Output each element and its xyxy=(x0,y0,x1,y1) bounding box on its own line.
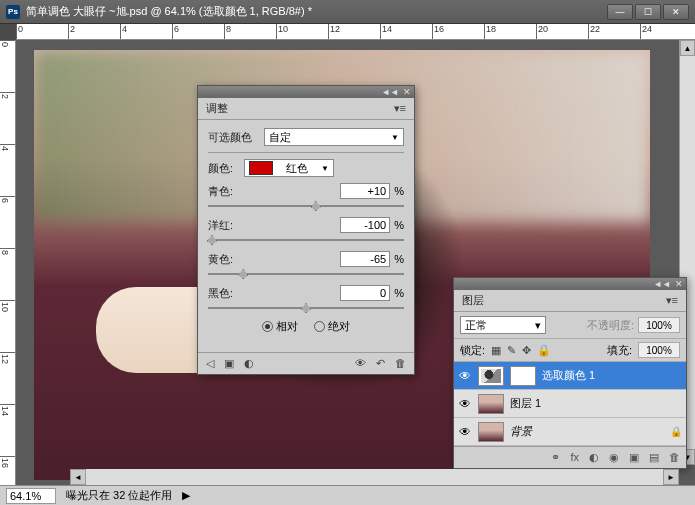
slider-thumb[interactable] xyxy=(207,235,217,245)
visibility-toggle[interactable]: 👁 xyxy=(458,425,472,439)
lock-position-icon[interactable]: ✥ xyxy=(522,344,531,357)
visibility-toggle[interactable]: 👁 xyxy=(458,397,472,411)
layer-name[interactable]: 图层 1 xyxy=(510,396,541,411)
blend-mode-select[interactable]: 正常 ▾ xyxy=(460,316,546,334)
layer-item[interactable]: 👁选取颜色 1 xyxy=(454,362,686,390)
fill-input[interactable]: 100% xyxy=(638,342,680,358)
slider-row: 青色:% xyxy=(208,183,404,207)
absolute-radio[interactable]: 绝对 xyxy=(314,319,350,334)
document-title: 简单调色 大眼仔 ~旭.psd @ 64.1% (选取颜色 1, RGB/8#)… xyxy=(26,4,607,19)
slider-track[interactable] xyxy=(208,239,404,241)
trash-icon[interactable]: 🗑 xyxy=(669,451,680,464)
collapse-icon[interactable]: ◄◄ xyxy=(653,279,671,289)
reset-icon[interactable]: ↶ xyxy=(376,357,385,370)
titlebar: Ps 简单调色 大眼仔 ~旭.psd @ 64.1% (选取颜色 1, RGB/… xyxy=(0,0,695,24)
visibility-icon[interactable]: 👁 xyxy=(355,357,366,370)
slider-input[interactable] xyxy=(340,251,390,267)
scroll-right-button[interactable]: ► xyxy=(663,469,679,485)
panel-footer: ◁ ▣ ◐ 👁 ↶ 🗑 xyxy=(198,352,414,374)
slider-track[interactable] xyxy=(208,307,404,309)
color-label: 颜色: xyxy=(208,161,238,176)
relative-radio[interactable]: 相对 xyxy=(262,319,298,334)
lock-transparent-icon[interactable]: ▦ xyxy=(491,344,501,357)
ruler-vertical[interactable]: 0246810121416 xyxy=(0,40,16,485)
layers-tab[interactable]: 图层 xyxy=(462,293,484,308)
maximize-button[interactable]: ☐ xyxy=(635,4,661,20)
relative-label: 相对 xyxy=(276,319,298,334)
slider-label: 青色: xyxy=(208,184,233,199)
percent-label: % xyxy=(394,219,404,231)
group-icon[interactable]: ▣ xyxy=(629,451,639,464)
layers-footer: ⚭ fx ◐ ◉ ▣ ▤ 🗑 xyxy=(454,446,686,468)
lock-icon: 🔒 xyxy=(670,426,682,437)
zoom-input[interactable]: 64.1% xyxy=(6,488,56,504)
slider-track[interactable] xyxy=(208,273,404,275)
chevron-down-icon: ▼ xyxy=(391,133,399,142)
mask-icon[interactable]: ◐ xyxy=(589,451,599,464)
lock-all-icon[interactable]: 🔒 xyxy=(537,344,551,357)
layer-thumb xyxy=(478,422,504,442)
color-select[interactable]: 红色 ▼ xyxy=(244,159,334,177)
layer-name[interactable]: 选取颜色 1 xyxy=(542,368,595,383)
layer-item[interactable]: 👁图层 1 xyxy=(454,390,686,418)
slider-input[interactable] xyxy=(340,285,390,301)
trash-icon[interactable]: 🗑 xyxy=(395,357,406,370)
slider-input[interactable] xyxy=(340,217,390,233)
slider-thumb[interactable] xyxy=(238,269,248,279)
slider-input[interactable] xyxy=(340,183,390,199)
status-arrow-icon[interactable]: ▶ xyxy=(182,489,190,502)
slider-track[interactable] xyxy=(208,205,404,207)
preset-select[interactable]: 自定 ▼ xyxy=(264,128,404,146)
layer-list: 👁选取颜色 1👁图层 1👁背景🔒 xyxy=(454,362,686,446)
preset-value: 自定 xyxy=(269,130,291,145)
adjustment-icon[interactable]: ◉ xyxy=(609,451,619,464)
adjustments-tab[interactable]: 调整 xyxy=(206,101,228,116)
panel-close-icon[interactable]: ✕ xyxy=(675,279,683,289)
chevron-down-icon: ▾ xyxy=(535,319,541,332)
collapse-icon[interactable]: ◄◄ xyxy=(381,87,399,97)
close-button[interactable]: ✕ xyxy=(663,4,689,20)
layer-item[interactable]: 👁背景🔒 xyxy=(454,418,686,446)
method-label: 可选颜色 xyxy=(208,130,258,145)
layer-thumb xyxy=(478,394,504,414)
fx-icon[interactable]: fx xyxy=(570,451,579,464)
adjustments-panel: ◄◄ ✕ 调整 ▾≡ 可选颜色 自定 ▼ 颜色: 红色 ▼ 青色:%洋红:%黄色… xyxy=(197,85,415,375)
chevron-down-icon: ▼ xyxy=(321,164,329,173)
panel-header[interactable]: ◄◄ ✕ xyxy=(454,278,686,290)
visibility-toggle[interactable]: 👁 xyxy=(458,369,472,383)
expand-icon[interactable]: ▣ xyxy=(224,357,234,370)
layers-panel: ◄◄ ✕ 图层 ▾≡ 正常 ▾ 不透明度: 100% 锁定: ▦ ✎ ✥ 🔒 填… xyxy=(453,277,687,469)
app-icon: Ps xyxy=(6,5,20,19)
slider-thumb[interactable] xyxy=(311,201,321,211)
opacity-input[interactable]: 100% xyxy=(638,317,680,333)
fill-label: 填充: xyxy=(607,343,632,358)
layer-name[interactable]: 背景 xyxy=(510,424,532,439)
slider-row: 洋红:% xyxy=(208,217,404,241)
percent-label: % xyxy=(394,253,404,265)
panel-header[interactable]: ◄◄ ✕ xyxy=(198,86,414,98)
panel-tab-bar: 调整 ▾≡ xyxy=(198,98,414,120)
minimize-button[interactable]: — xyxy=(607,4,633,20)
panel-close-icon[interactable]: ✕ xyxy=(403,87,411,97)
slider-thumb[interactable] xyxy=(301,303,311,313)
blend-mode-value: 正常 xyxy=(465,318,487,333)
clip-icon[interactable]: ◐ xyxy=(244,357,254,370)
ruler-horizontal[interactable]: 024681012141618202224 xyxy=(16,24,695,40)
radio-dot-icon xyxy=(262,321,273,332)
scroll-up-button[interactable]: ▲ xyxy=(680,40,695,56)
slider-label: 黑色: xyxy=(208,286,233,301)
back-icon[interactable]: ◁ xyxy=(206,357,214,370)
slider-label: 洋红: xyxy=(208,218,233,233)
slider-row: 黄色:% xyxy=(208,251,404,275)
slider-row: 黑色:% xyxy=(208,285,404,309)
scrollbar-horizontal[interactable]: ◄ ► xyxy=(70,469,679,485)
mask-thumb xyxy=(510,366,536,386)
lock-pixels-icon[interactable]: ✎ xyxy=(507,344,516,357)
percent-label: % xyxy=(394,185,404,197)
lock-label: 锁定: xyxy=(460,343,485,358)
new-layer-icon[interactable]: ▤ xyxy=(649,451,659,464)
panel-menu-icon[interactable]: ▾≡ xyxy=(666,294,678,307)
panel-menu-icon[interactable]: ▾≡ xyxy=(394,102,406,115)
scroll-left-button[interactable]: ◄ xyxy=(70,469,86,485)
link-icon[interactable]: ⚭ xyxy=(551,451,560,464)
